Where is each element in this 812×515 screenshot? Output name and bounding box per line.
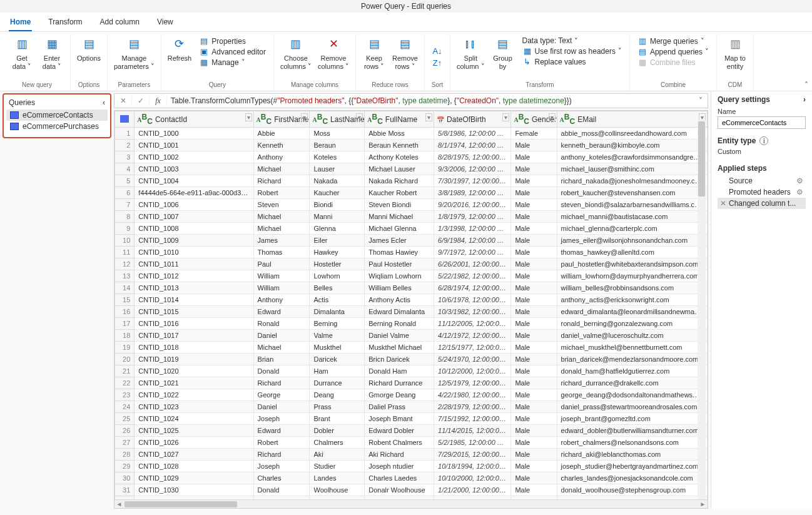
cell-dateofbirth[interactable]: 10/3/1982, 12:00:00 AM [434,306,511,318]
cell-dateofbirth[interactable]: 11/14/2015, 12:00:00 ... [434,425,511,437]
split-column-button[interactable]: ⫿⫿Splitcolumn ˅ [454,34,487,72]
cell-email[interactable]: joseph_studier@hebertgrayandmartinez.com [557,461,707,472]
table-row[interactable]: 23 CNTID_1022 George Deang Gmorge Deang … [115,389,708,401]
cell-lastname[interactable]: Actis [310,294,365,306]
cell-contactid[interactable]: CNTID_1024 [134,413,253,425]
cell-firstname[interactable]: Ronald [253,318,310,330]
cell-email[interactable]: robert_chalmers@nelsonandsons.com [557,437,707,449]
cell-gender[interactable]: Male [511,342,557,354]
cell-email[interactable]: donald_woolhouse@stephensgroup.com [557,484,707,496]
cell-gender[interactable]: Male [511,163,557,175]
table-row[interactable]: 4 CNTID_1003 Michael Lauser Michael Laus… [115,163,708,175]
filter-icon[interactable]: ▾ [356,113,363,121]
refresh-button[interactable]: ⟳Refresh [165,34,195,64]
cell-dateofbirth[interactable]: 5/2/1985, 12:00:00 AM [434,437,511,449]
table-row[interactable]: 20 CNTID_1019 Brian Daricek Bricn Darice… [115,354,708,365]
select-all-button[interactable] [120,115,129,123]
cell-email[interactable]: richard_durrance@drakellc.com [557,377,707,389]
cell-firstname[interactable]: Donald [253,484,310,496]
cell-firstname[interactable]: Daniel [253,401,310,413]
cell-fullname[interactable]: Muskthel Michael [365,342,434,354]
cell-firstname[interactable]: Anthony [253,151,310,163]
sort-desc-button[interactable]: Z↑ [430,58,445,68]
cell-firstname[interactable]: Kenneth [253,140,310,151]
cell-contactid[interactable]: CNTID_1029 [134,472,253,484]
table-row[interactable]: 11 CNTID_1010 Thomas Hawkey Thomas Hawie… [115,247,708,258]
cell-dateofbirth[interactable]: 2/28/1979, 12:00:00 AM [434,401,511,413]
tab-view[interactable]: View [156,13,175,31]
table-row[interactable]: 15 CNTID_1014 Anthony Actis Anthony Acti… [115,294,708,306]
cell-gender[interactable]: Male [511,270,557,282]
cell-contactid[interactable]: CNTID_1016 [134,318,253,330]
cell-fullname[interactable]: Steven Biondi [365,199,434,211]
cell-gender[interactable]: Male [511,365,557,377]
filter-icon[interactable]: ▾ [245,113,252,121]
cell-gender[interactable]: Male [511,425,557,437]
cell-dateofbirth[interactable]: 8/1/1974, 12:00:00 AM [434,140,511,151]
cell-gender[interactable]: Male [511,437,557,449]
cell-fullname[interactable]: Edward Dobler [365,425,434,437]
formula-input[interactable]: Table.TransformColumnTypes(#"Promoted he… [167,96,694,105]
cell-fullname[interactable]: Paul Hostetler [365,258,434,270]
cell-fullname[interactable]: Robent Chalmers [365,437,434,449]
cell-lastname[interactable]: Muskthel [310,342,365,354]
cell-dateofbirth[interactable]: 4/22/1980, 12:00:00 AM [434,389,511,401]
table-row[interactable]: 1 CNTID_1000 Abbie Moss Abbie Moss 5/8/1… [115,128,708,140]
cell-lastname[interactable]: Hostetler [310,258,365,270]
info-icon[interactable]: i [759,136,768,145]
cell-fullname[interactable]: Joseph Bmant [365,413,434,425]
cell-dateofbirth[interactable]: 11/12/2005, 12:00:00 ... [434,318,511,330]
cell-firstname[interactable]: Richard [253,175,310,187]
cell-email[interactable]: edward_dimalanta@leonardmillsandnewman.c… [557,306,707,318]
query-item-ecommerce-purchases[interactable]: eCommercePurchases [6,121,108,132]
cell-firstname[interactable]: William [253,282,310,294]
cell-dateofbirth[interactable]: 1/3/1998, 12:00:00 AM [434,223,511,235]
cell-fullname[interactable]: William Belles [365,282,434,294]
cell-email[interactable]: daniel_prass@stewartmooreandrosales.com [557,401,707,413]
cell-lastname[interactable]: Ham [310,365,365,377]
cell-contactid[interactable]: f4444de5-664e-e911-a9ac-000d3a2d57... [134,187,253,199]
cell-fullname[interactable]: Michael Glenna [365,223,434,235]
manage-button[interactable]: ▦Manage ˅ [196,57,268,68]
remove-rows-button[interactable]: ▤Removerows ˅ [390,34,420,72]
cell-dateofbirth[interactable]: 10/10/2000, 12:00:00 ... [434,472,511,484]
cell-fullname[interactable]: Aki Richard [365,449,434,461]
cell-fullname[interactable]: Edward Dimalanta [365,306,434,318]
cell-lastname[interactable]: Lauser [310,163,365,175]
cell-firstname[interactable]: Thomas [253,247,310,258]
table-row[interactable]: 21 CNTID_1020 Donald Ham Donald Ham 10/1… [115,365,708,377]
properties-button[interactable]: ▤Properties [196,36,268,46]
column-header-email[interactable]: ABCEMail▾ [557,111,707,128]
cell-dateofbirth[interactable]: 9/7/1972, 12:00:00 AM [434,247,511,258]
cell-email[interactable]: michael_lauser@smithinc.com [557,163,707,175]
cell-email[interactable]: george_deang@dodsondaltonandmathews.com [557,389,707,401]
cell-firstname[interactable]: Daniel [253,330,310,342]
cell-email[interactable]: paul_hostetler@whitebaxterandsimpson.com [557,258,707,270]
cell-gender[interactable]: Male [511,413,557,425]
table-row[interactable]: 16 CNTID_1015 Edward Dimalanta Edward Di… [115,306,708,318]
choose-columns-button[interactable]: ▥Choosecolumns ˅ [278,34,314,72]
cell-contactid[interactable]: CNTID_1006 [134,199,253,211]
cell-lastname[interactable]: Studier [310,461,365,472]
delete-step-icon[interactable]: ✕ [720,199,726,208]
cell-lastname[interactable]: Kaucher [310,187,365,199]
cell-fullname[interactable]: Daniel Valme [365,330,434,342]
cell-fullname[interactable]: Nakada Richard [365,175,434,187]
cell-firstname[interactable]: Edward [253,425,310,437]
cell-firstname[interactable]: James [253,235,310,247]
cell-firstname[interactable]: Michael [253,223,310,235]
cell-dateofbirth[interactable]: 10/6/1978, 12:00:00 AM [434,294,511,306]
table-row[interactable]: 26 CNTID_1025 Edward Dobler Edward Doble… [115,425,708,437]
cell-fullname[interactable]: Michael Lauser [365,163,434,175]
filter-icon[interactable]: ▾ [301,113,308,121]
cell-dateofbirth[interactable]: 5/22/1982, 12:00:00 AM [434,270,511,282]
cell-contactid[interactable]: CNTID_1023 [134,401,253,413]
cell-contactid[interactable]: CNTID_1028 [134,461,253,472]
tab-transform[interactable]: Transform [47,13,83,31]
cell-lastname[interactable]: Chalmers [310,437,365,449]
gear-icon[interactable]: ⚙ [796,188,803,196]
cell-gender[interactable]: Male [511,140,557,151]
cell-fullname[interactable]: Donald Ham [365,365,434,377]
column-header-fullname[interactable]: ABCFullName▾ [365,111,434,128]
cell-firstname[interactable]: Joseph [253,461,310,472]
